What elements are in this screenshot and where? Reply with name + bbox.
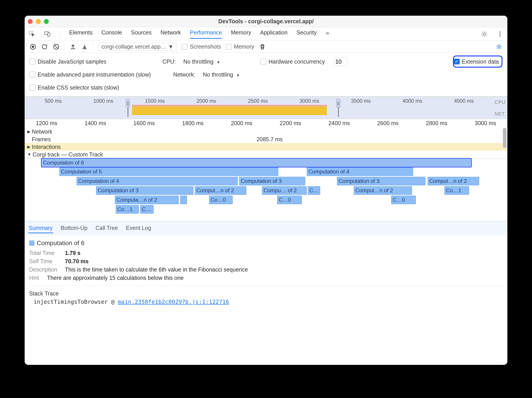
ruler: 1200 ms1400 ms1600 ms1800 ms2000 ms2200 … xyxy=(25,119,507,128)
detail-tabs: Summary Bottom-Up Call Tree Event Log xyxy=(25,221,507,235)
css-stats-checkbox[interactable]: Enable CSS selector stats (slow) xyxy=(30,84,119,91)
flame-entry[interactable]: Compu… of 2 xyxy=(262,186,307,195)
stack-trace-link[interactable]: main.2358fe1b2c80297b.js:1:122716 xyxy=(118,299,229,305)
kebab-menu-icon[interactable] xyxy=(497,31,503,37)
extension-data-highlight: Extension data xyxy=(453,56,502,68)
cpu-label: CPU: xyxy=(162,58,176,65)
tab-application[interactable]: Application xyxy=(260,29,287,39)
network-dropdown[interactable]: No throttling ▼ xyxy=(203,71,240,78)
disable-js-samples-checkbox[interactable]: Disable JavaScript samples xyxy=(30,58,106,65)
detail-tab-eventlog[interactable]: Event Log xyxy=(126,223,152,233)
detail-tab-calltree[interactable]: Call Tree xyxy=(95,223,118,233)
flame-entry[interactable]: Comput…n of 2 xyxy=(195,186,246,195)
capture-settings: Disable JavaScript samples CPU: No throt… xyxy=(25,53,507,96)
overview-right-handle[interactable]: || xyxy=(336,99,340,107)
cpu-dropdown[interactable]: No throttling ▼ xyxy=(183,58,220,65)
tab-security[interactable]: Security xyxy=(297,29,317,39)
titlebar: DevTools - corgi-collage.vercel.app/ xyxy=(25,16,507,27)
svg-point-6 xyxy=(500,35,501,37)
tab-sources[interactable]: Sources xyxy=(131,29,152,39)
flame-entry[interactable]: Computa…n of 2 xyxy=(115,196,179,204)
tab-performance[interactable]: Performance xyxy=(190,29,222,39)
flame-entry[interactable]: C…0 xyxy=(277,196,302,204)
upload-icon[interactable] xyxy=(70,44,76,50)
flame-entry[interactable]: Co…0 xyxy=(209,196,233,204)
trash-icon[interactable] xyxy=(259,44,266,50)
corgi-track-header[interactable]: ▼Corgi track — Custom Track xyxy=(25,151,507,158)
flame-entry[interactable]: Computation of 3 xyxy=(239,177,305,185)
overview-left-handle[interactable]: || xyxy=(126,99,130,107)
tab-memory[interactable]: Memory xyxy=(231,29,251,39)
detail-tab-summary[interactable]: Summary xyxy=(28,223,53,233)
flame-entry[interactable]: C…0 xyxy=(391,196,416,204)
flame-entry[interactable]: Computation of 6 xyxy=(41,158,471,167)
reload-record-icon[interactable] xyxy=(41,44,48,50)
svg-point-3 xyxy=(483,33,485,35)
stack-trace-heading: Stack Trace xyxy=(29,290,59,297)
network-track-header[interactable]: ▶Network xyxy=(25,128,507,135)
flame-entry[interactable]: Co…1 xyxy=(444,186,469,195)
flame-entry[interactable]: Comput…n of 2 xyxy=(354,186,412,195)
tab-network[interactable]: Network xyxy=(161,29,181,39)
gear-icon[interactable] xyxy=(481,31,488,37)
svg-point-8 xyxy=(32,46,34,48)
flame-chart[interactable]: Computation of 6Computation of 5Computat… xyxy=(25,158,507,221)
flame-entry[interactable]: Computation of 4 xyxy=(307,167,413,176)
svg-rect-2 xyxy=(48,33,50,36)
profile-dropdown[interactable]: corgi-collage.vercel.app…▼ xyxy=(98,43,177,51)
device-toggle-icon[interactable] xyxy=(44,31,51,37)
extension-data-checkbox[interactable]: Extension data xyxy=(454,58,499,65)
window-title: DevTools - corgi-collage.vercel.app/ xyxy=(25,18,507,25)
flame-entry[interactable]: Computation of 5 xyxy=(59,167,278,176)
flame-entry[interactable] xyxy=(180,196,187,204)
download-icon[interactable] xyxy=(81,44,88,50)
flame-entry[interactable]: Computation of 4 xyxy=(76,177,238,185)
main-tabs-bar: Elements Console Sources Network Perform… xyxy=(25,27,507,41)
clear-icon[interactable] xyxy=(53,44,60,50)
svg-point-4 xyxy=(500,31,501,32)
svg-point-5 xyxy=(500,33,501,34)
details-pane: Computation of 6 Total Time1.79 s Self T… xyxy=(25,235,507,311)
flame-scrollbar[interactable] xyxy=(503,128,507,148)
tab-console[interactable]: Console xyxy=(101,29,122,39)
screenshots-checkbox[interactable]: Screenshots xyxy=(182,44,221,50)
flame-entry[interactable]: Co…1 xyxy=(116,205,139,214)
record-icon[interactable] xyxy=(30,44,36,50)
svg-point-10 xyxy=(498,46,500,48)
flame-entry[interactable]: Comput…n of 2 xyxy=(428,177,479,185)
more-tabs-icon[interactable]: » xyxy=(326,29,329,39)
settings-gear-icon[interactable] xyxy=(496,44,502,50)
hardware-concurrency-input[interactable] xyxy=(334,57,347,66)
tab-elements[interactable]: Elements xyxy=(69,29,92,39)
interactions-track-header[interactable]: ▶Interactions xyxy=(25,143,507,151)
performance-toolbar: corgi-collage.vercel.app…▼ Screenshots M… xyxy=(25,41,507,53)
memory-checkbox[interactable]: Memory xyxy=(226,44,254,50)
flame-entry[interactable]: C… xyxy=(140,205,154,214)
flame-entry[interactable]: Computation of 3 xyxy=(337,177,425,185)
hardware-concurrency-checkbox[interactable]: Hardware concurrency xyxy=(260,58,325,65)
flame-entry[interactable]: Computation of 3 xyxy=(96,186,193,195)
adv-paint-checkbox[interactable]: Enable advanced paint instrumentation (s… xyxy=(30,71,151,78)
frames-track: Frames2085.7 ms xyxy=(25,135,507,143)
timeline-overview[interactable]: 500 ms1000 ms1500 ms2000 ms2500 ms3000 m… xyxy=(25,96,507,119)
selected-event-title: Computation of 6 xyxy=(29,240,503,247)
devtools-window: DevTools - corgi-collage.vercel.app/ Ele… xyxy=(25,16,507,365)
network-label: Network: xyxy=(173,71,196,78)
inspect-icon[interactable] xyxy=(29,31,35,37)
flame-entry[interactable]: C… xyxy=(308,186,320,195)
detail-tab-bottomup[interactable]: Bottom-Up xyxy=(60,223,88,233)
